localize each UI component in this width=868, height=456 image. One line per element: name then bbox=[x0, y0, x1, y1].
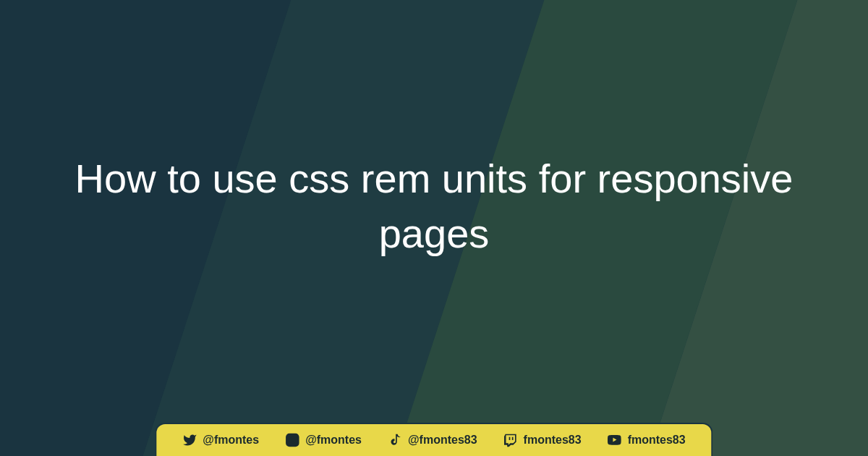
title-container: How to use css rem units for responsive … bbox=[0, 0, 868, 413]
social-instagram[interactable]: @fmontes bbox=[285, 433, 362, 447]
social-bar: @fmontes @fmontes @fmontes83 fmontes83 f… bbox=[155, 423, 712, 456]
social-tiktok[interactable]: @fmontes83 bbox=[388, 433, 477, 447]
social-handle: @fmontes bbox=[203, 434, 259, 447]
social-twitch[interactable]: fmontes83 bbox=[503, 433, 582, 447]
social-handle: fmontes83 bbox=[524, 434, 582, 447]
svg-point-1 bbox=[290, 438, 295, 443]
youtube-icon bbox=[608, 433, 622, 447]
page-title: How to use css rem units for responsive … bbox=[58, 151, 810, 261]
instagram-icon bbox=[285, 433, 299, 447]
svg-point-2 bbox=[295, 436, 297, 437]
social-twitter[interactable]: @fmontes bbox=[182, 433, 259, 447]
social-handle: fmontes83 bbox=[628, 434, 686, 447]
twitter-icon bbox=[182, 433, 197, 447]
social-handle: @fmontes bbox=[305, 434, 362, 447]
social-youtube[interactable]: fmontes83 bbox=[608, 433, 686, 447]
twitch-icon bbox=[503, 433, 518, 447]
social-handle: @fmontes83 bbox=[408, 434, 477, 447]
tiktok-icon bbox=[388, 433, 402, 447]
